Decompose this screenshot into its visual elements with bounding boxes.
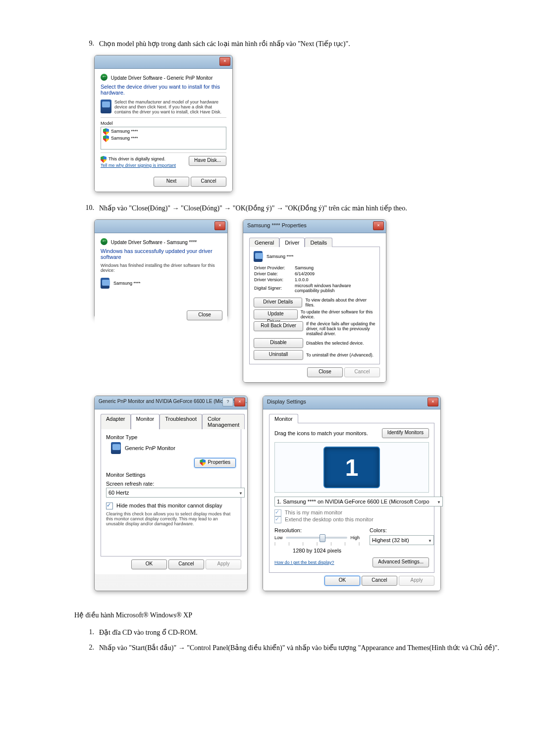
monitor-settings-label: Monitor Settings (106, 472, 236, 478)
ok-button[interactable]: OK (324, 576, 360, 586)
properties-button[interactable]: Properties (194, 458, 236, 468)
step-9: 9. Chọn model phù hợp trong danh sách cá… (79, 40, 505, 48)
monitor-type-label: Monitor Type (106, 434, 236, 440)
figure-row-1: × Update Driver Software - Samsung **** … (94, 219, 505, 383)
back-icon (101, 238, 107, 245)
tab-details[interactable]: Details (305, 238, 332, 247)
hide-modes-checkbox[interactable] (106, 503, 113, 509)
tab-monitor[interactable]: Monitor (269, 414, 298, 423)
window-title: Display Settings (267, 399, 306, 404)
slider-high-label: High (350, 535, 360, 540)
monitor-visual[interactable]: 1 (323, 447, 380, 488)
step-text: Chọn model phù hợp trong danh sách các l… (99, 40, 505, 48)
label: Driver Provider: (254, 265, 294, 271)
list-item[interactable]: Samsung **** (111, 136, 138, 141)
close-icon[interactable]: × (214, 221, 225, 230)
cancel-button[interactable]: Cancel (168, 559, 204, 569)
device-name: Samsung **** (113, 281, 141, 286)
figure-select-driver: × Update Driver Software - Generic PnP M… (94, 55, 505, 192)
apply-button: Apply (206, 559, 241, 569)
step-text: Đặt đĩa CD vào trong ổ CD-ROM. (99, 628, 505, 637)
tab-monitor[interactable]: Monitor (131, 414, 160, 429)
desc: If the device fails after updating the d… (306, 321, 375, 336)
hide-modes-desc: Clearing this check box allows you to se… (106, 511, 236, 526)
update-driver-button[interactable]: Update Driver... (254, 309, 298, 319)
step-number: 2. (79, 644, 99, 652)
advanced-settings-button[interactable]: Advanced Settings... (373, 557, 429, 567)
tab-driver[interactable]: Driver (279, 238, 305, 247)
help-icon[interactable]: ? (222, 398, 233, 406)
shield-icon (101, 156, 107, 163)
back-icon[interactable] (101, 74, 107, 81)
refresh-rate-select[interactable]: 60 Hertz (106, 488, 245, 498)
desc: Disables the selected device. (306, 341, 364, 346)
monitor-select[interactable]: 1. Samsung **** on NVIDIA GeForce 6600 L… (274, 497, 443, 506)
monitor-arrangement-area[interactable]: 1 (274, 442, 429, 493)
next-button[interactable]: Next (154, 177, 189, 187)
identify-monitors-button[interactable]: Identify Monitors (382, 428, 429, 438)
driver-details-button[interactable]: Driver Details (254, 298, 302, 307)
window-title: Samsung **** Properties (247, 222, 307, 228)
desc: To uninstall the driver (Advanced). (306, 353, 374, 357)
step-number: 1. (79, 628, 99, 637)
rollback-driver-button[interactable]: Roll Back Driver (254, 321, 303, 331)
breadcrumb: Update Driver Software - Samsung **** (111, 240, 197, 245)
tab-row: Adapter Monitor Troubleshoot Color Manag… (101, 413, 241, 429)
dialog-subtext: Windows has finished installing the driv… (101, 263, 221, 273)
tab-row: General Driver Details (249, 237, 380, 247)
label: Digital Signer: (254, 283, 294, 294)
close-button[interactable]: Close (307, 367, 343, 377)
cancel-button[interactable]: Cancel (362, 576, 397, 586)
xp-step-2: 2. Nhấp vào "Start(Bắt đầu)" → "Control … (79, 644, 505, 652)
tab-color-management[interactable]: Color Management (202, 414, 245, 429)
desc: To update the driver software for this d… (301, 309, 375, 319)
close-icon[interactable]: × (428, 398, 438, 406)
cancel-button[interactable]: Cancel (191, 177, 226, 187)
hide-modes-label: Hide modes that this monitor cannot disp… (116, 503, 222, 508)
monitor-icon (111, 442, 121, 454)
tab-troubleshoot[interactable]: Troubleshoot (160, 414, 202, 429)
model-label: Model (101, 121, 226, 126)
close-icon[interactable]: × (373, 221, 384, 230)
apply-button: Apply (399, 576, 434, 586)
value: 1.0.0.0 (294, 277, 375, 283)
resolution-slider[interactable] (286, 537, 348, 539)
shield-icon (103, 128, 109, 135)
value: 6/14/2009 (294, 271, 375, 277)
step-number: 9. (79, 40, 99, 48)
uninstall-button[interactable]: Uninstall (254, 350, 303, 360)
list-item[interactable]: Samsung **** (111, 129, 138, 134)
titlebar: Generic PnP Monitor and NVIDIA GeForce 6… (95, 396, 247, 409)
figure-row-2: Generic PnP Monitor and NVIDIA GeForce 6… (94, 396, 505, 591)
display-settings-dialog: Display Settings × Monitor Drag the icon… (263, 396, 441, 591)
signed-label: This driver is digitally signed. (108, 156, 165, 161)
driver-icon (254, 251, 263, 262)
why-signing-link[interactable]: Tell me why driver signing is important (101, 163, 176, 168)
step-number: 10. (79, 204, 99, 212)
slider-low-label: Low (274, 535, 283, 540)
cancel-button: Cancel (344, 367, 380, 377)
best-display-link[interactable]: How do I get the best display? (274, 560, 334, 565)
close-icon[interactable]: × (234, 398, 245, 406)
tab-general[interactable]: General (249, 238, 279, 247)
resolution-value: 1280 by 1024 pixels (274, 548, 360, 554)
have-disk-button[interactable]: Have Disk... (189, 156, 226, 166)
tab-adapter[interactable]: Adapter (101, 414, 131, 429)
tab-row: Monitor (269, 413, 434, 423)
colors-select[interactable]: Highest (32 bit) (370, 535, 434, 545)
dialog-subtext: Select the manufacturer and model of you… (114, 100, 226, 114)
titlebar: Samsung **** Properties × (243, 220, 386, 233)
disable-button[interactable]: Disable (254, 338, 303, 348)
main-monitor-label: This is my main monitor (285, 509, 342, 515)
breadcrumb: Update Driver Software - Generic PnP Mon… (111, 75, 213, 81)
close-button[interactable]: Close (187, 310, 222, 320)
drag-instruction: Drag the icons to match your monitors. (274, 430, 368, 436)
ok-button[interactable]: OK (131, 559, 167, 569)
close-icon[interactable]: × (219, 57, 230, 66)
extend-desktop-label: Extend the desktop onto this monitor (285, 516, 374, 522)
driver-icon (101, 100, 111, 113)
document-page: 9. Chọn model phù hợp trong danh sách cá… (0, 0, 535, 756)
success-dialog: × Update Driver Software - Samsung **** … (94, 219, 228, 318)
model-listbox[interactable]: Samsung **** Samsung **** (101, 127, 226, 150)
resolution-label: Resolution: (274, 527, 360, 533)
